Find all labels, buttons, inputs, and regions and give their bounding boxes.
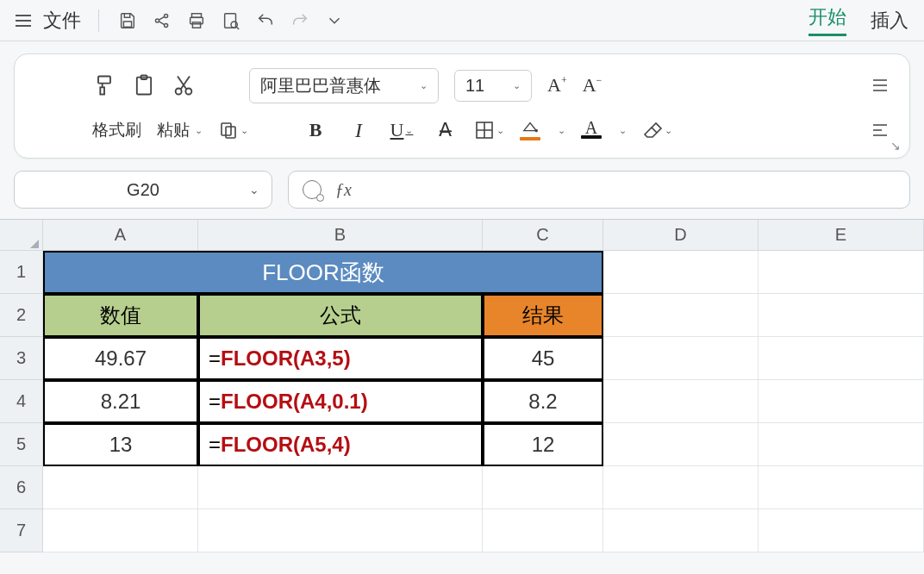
cell[interactable] — [43, 509, 198, 552]
cell[interactable] — [483, 466, 603, 509]
cell-value[interactable]: 13 — [43, 423, 198, 466]
fill-color-button[interactable] — [520, 120, 540, 140]
align-icon[interactable] — [870, 75, 890, 96]
col-header-c[interactable]: C — [483, 220, 603, 251]
fx-label: ƒx — [335, 180, 352, 200]
align-menu-icon[interactable] — [870, 120, 890, 140]
font-size-select[interactable]: 11 ⌄ — [454, 70, 532, 102]
svg-point-8 — [231, 21, 237, 27]
cell[interactable] — [759, 337, 924, 380]
cell[interactable] — [759, 294, 924, 337]
spreadsheet-grid: A B C D E 1 FLOOR函数 2 数值 公式 结果 3 49.67 =… — [0, 219, 924, 552]
tab-insert[interactable]: 插入 — [871, 8, 908, 34]
cell[interactable] — [759, 423, 924, 466]
row-header-3[interactable]: 3 — [0, 337, 43, 380]
col-header-a[interactable]: A — [43, 220, 198, 251]
cell[interactable] — [603, 380, 759, 423]
row-header-7[interactable]: 7 — [0, 509, 43, 552]
col-header-b[interactable]: B — [198, 220, 483, 251]
redo-icon[interactable] — [289, 9, 311, 32]
cell[interactable] — [759, 251, 924, 294]
chevron-down-icon[interactable]: ⌄ — [249, 183, 259, 197]
cell-value[interactable]: 8.21 — [43, 380, 198, 423]
row-header-1[interactable]: 1 — [0, 251, 43, 294]
ribbon-expand-icon[interactable]: ↘ — [890, 139, 901, 153]
cell-formula[interactable]: =FLOOR(A4,0.1) — [198, 380, 483, 423]
col-header-e[interactable]: E — [759, 220, 924, 251]
svg-point-2 — [165, 14, 168, 17]
cell[interactable] — [759, 380, 924, 423]
cell[interactable] — [603, 337, 759, 380]
active-cell-ref: G20 — [127, 180, 159, 200]
eraser-icon[interactable]: ⌄ — [642, 120, 672, 140]
svg-rect-6 — [192, 22, 200, 27]
cell[interactable] — [603, 423, 759, 466]
undo-icon[interactable] — [254, 9, 277, 32]
header-formula[interactable]: 公式 — [198, 294, 483, 337]
cell[interactable] — [603, 251, 759, 294]
font-color-dropdown[interactable]: ⌄ — [619, 125, 627, 136]
preview-icon[interactable] — [220, 9, 242, 32]
col-header-d[interactable]: D — [603, 220, 759, 251]
bold-button[interactable]: B — [302, 116, 329, 144]
cell-value[interactable]: 49.67 — [43, 337, 198, 380]
format-painter-button[interactable]: 格式刷 — [92, 119, 141, 141]
cell-result[interactable]: 12 — [483, 423, 603, 466]
svg-rect-7 — [225, 13, 236, 28]
table-title[interactable]: FLOOR函数 — [43, 251, 603, 294]
cell[interactable] — [483, 509, 603, 552]
chevron-down-icon: ⌄ — [420, 80, 428, 91]
font-family-select[interactable]: 阿里巴巴普惠体 ⌄ — [249, 68, 439, 103]
clipboard-options-icon[interactable]: ⌄ — [218, 120, 248, 140]
svg-rect-9 — [98, 77, 110, 84]
file-menu[interactable]: 文件 — [43, 8, 81, 34]
cell-formula[interactable]: =FLOOR(A3,5) — [198, 337, 483, 380]
underline-button[interactable]: U⌄ — [388, 116, 415, 144]
cell[interactable] — [603, 509, 759, 552]
tab-start[interactable]: 开始 — [808, 4, 846, 36]
svg-point-3 — [165, 23, 168, 27]
cell[interactable] — [603, 466, 759, 509]
increase-font-button[interactable]: A+ — [547, 74, 567, 97]
name-box[interactable]: G20 ⌄ — [14, 171, 272, 209]
menu-icon[interactable] — [16, 15, 31, 27]
cell-result[interactable]: 8.2 — [483, 380, 603, 423]
cell-formula[interactable]: =FLOOR(A5,4) — [198, 423, 483, 466]
function-assist-icon[interactable] — [303, 180, 322, 199]
row-header-5[interactable]: 5 — [0, 423, 43, 466]
cell[interactable] — [603, 294, 759, 337]
svg-rect-0 — [123, 21, 131, 26]
history-dropdown-icon[interactable] — [323, 9, 346, 32]
format-painter-icon[interactable] — [92, 73, 116, 97]
font-size-value: 11 — [465, 76, 484, 96]
ribbon: 阿里巴巴普惠体 ⌄ 11 ⌄ A+ A− 格式刷 粘贴⌄ ⌄ B I U⌄ A̶… — [14, 53, 910, 159]
cut-icon[interactable] — [172, 73, 196, 97]
save-icon[interactable] — [116, 9, 139, 32]
cell[interactable] — [43, 466, 198, 509]
italic-button[interactable]: I — [345, 116, 372, 144]
print-icon[interactable] — [185, 9, 208, 32]
svg-rect-10 — [100, 87, 104, 94]
font-family-value: 阿里巴巴普惠体 — [260, 74, 381, 97]
select-all-corner[interactable] — [0, 220, 43, 251]
share-icon[interactable] — [151, 9, 173, 32]
strikethrough-button[interactable]: A̶ — [431, 116, 459, 144]
borders-button[interactable]: ⌄ — [474, 120, 504, 140]
cell[interactable] — [759, 466, 924, 509]
cell[interactable] — [198, 509, 483, 552]
header-result[interactable]: 结果 — [483, 294, 603, 337]
row-header-2[interactable]: 2 — [0, 294, 43, 337]
row-header-6[interactable]: 6 — [0, 466, 43, 509]
formula-bar[interactable]: ƒx — [288, 171, 910, 209]
header-value[interactable]: 数值 — [43, 294, 198, 337]
cell-result[interactable]: 45 — [483, 337, 603, 380]
font-color-button[interactable]: A — [581, 122, 602, 139]
paste-button[interactable]: 粘贴⌄ — [157, 119, 203, 141]
decrease-font-button[interactable]: A− — [583, 74, 602, 97]
fill-color-dropdown[interactable]: ⌄ — [558, 125, 565, 136]
svg-point-18 — [534, 129, 538, 133]
cell[interactable] — [759, 509, 924, 552]
row-header-4[interactable]: 4 — [0, 380, 43, 423]
paste-icon[interactable] — [132, 73, 156, 97]
cell[interactable] — [198, 466, 483, 509]
